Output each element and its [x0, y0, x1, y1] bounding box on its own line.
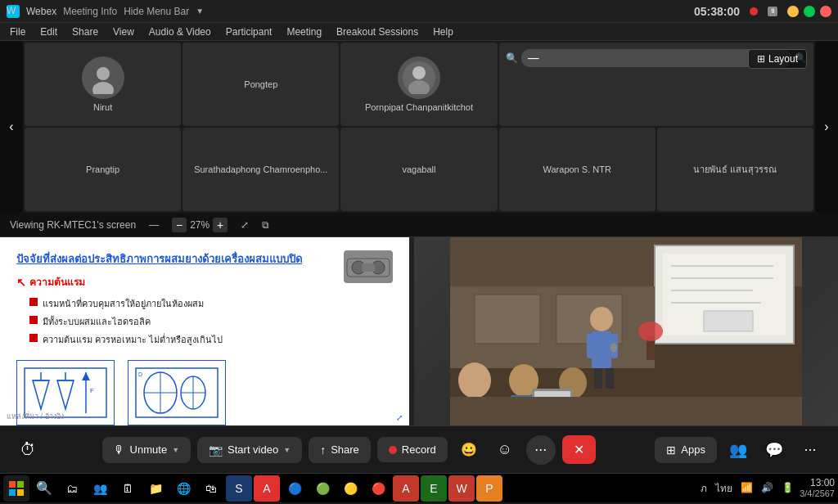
chat-button[interactable]: 💬 — [759, 435, 789, 465]
svg-rect-9 — [362, 263, 375, 272]
minimize-button[interactable] — [787, 6, 799, 17]
zoom-out-button[interactable]: − — [172, 218, 187, 232]
teams-button[interactable]: 👥 — [87, 475, 113, 502]
calendar-button[interactable]: 🗓 — [115, 475, 141, 502]
svg-point-1 — [97, 67, 110, 80]
app5-button[interactable]: 🟡 — [337, 475, 363, 502]
end-call-icon: ✕ — [574, 442, 584, 457]
participant-cell: Pongtep — [182, 43, 339, 126]
taskbar-time: 13:00 — [800, 477, 835, 488]
close-button[interactable] — [820, 6, 831, 17]
end-call-button[interactable]: ✕ — [562, 435, 596, 464]
menu-audio-video[interactable]: Audio & Video — [142, 25, 218, 39]
bullet-icon — [29, 298, 38, 306]
app4-button[interactable]: 🟢 — [309, 475, 336, 502]
app10-button[interactable]: P — [476, 475, 502, 502]
store-button[interactable]: 🛍 — [198, 475, 224, 502]
hide-menu-bar-btn[interactable]: Hide Menu Bar — [124, 6, 189, 17]
bullet-icon — [29, 316, 38, 324]
menu-file[interactable]: File — [3, 25, 32, 39]
taskbar: 🔍 🗂 👥 🗓 📁 🌐 🛍 S A 🔵 🟢 🟡 🔴 A E W P ภ ไทย … — [0, 473, 838, 502]
avatar — [398, 56, 440, 99]
menu-edit[interactable]: Edit — [34, 25, 64, 39]
battery-icon[interactable]: 🔋 — [779, 480, 796, 495]
svg-rect-38 — [475, 295, 540, 344]
task-view-button[interactable]: 🗂 — [59, 475, 85, 502]
app6-button[interactable]: 🔴 — [365, 475, 391, 502]
explorer-button[interactable]: 📁 — [142, 475, 169, 502]
svg-point-4 — [412, 66, 426, 79]
start-video-label: Start video — [228, 443, 278, 456]
svg-point-40 — [590, 307, 613, 331]
app7-button[interactable]: A — [393, 475, 419, 502]
record-button[interactable]: Record — [377, 437, 448, 462]
more-button[interactable]: ··· — [795, 435, 825, 465]
participant-name: Nirut — [90, 102, 115, 112]
participants-grid: Nirut Pongtep Pornpipat Chanpanitkitchot… — [23, 41, 815, 213]
video-feed — [414, 237, 838, 425]
app9-button[interactable]: W — [448, 475, 475, 502]
bullet-icon — [29, 334, 38, 342]
svg-rect-44 — [594, 368, 602, 389]
menu-meeting[interactable]: Meeting — [280, 25, 328, 39]
title-bar-right: 05:38:00 ⏸ — [694, 5, 831, 18]
zoom-control: − 27% + — [172, 218, 228, 232]
taskbar-right: ภ ไทย 📶 🔊 🔋 13:00 3/4/2567 — [698, 477, 835, 500]
zoom-in-button[interactable]: + — [213, 218, 228, 232]
tray-icons: ภ ไทย 📶 🔊 🔋 — [698, 479, 796, 497]
chevron-down-icon: ▼ — [283, 446, 291, 454]
minimize-icon: — — [149, 219, 159, 231]
svg-text:F: F — [90, 387, 94, 394]
menu-share[interactable]: Share — [65, 25, 105, 39]
svg-marker-18 — [82, 372, 90, 380]
pause-indicator-icon: ⏸ — [768, 7, 777, 16]
svg-rect-62 — [17, 489, 24, 496]
svg-marker-12 — [57, 380, 74, 409]
participant-name: Pornpipat Chanpanitkitchot — [362, 102, 476, 112]
record-label: Record — [402, 443, 436, 456]
menu-view[interactable]: View — [106, 25, 141, 39]
browser-button[interactable]: 🌐 — [170, 475, 196, 502]
volume-icon[interactable]: 🔊 — [759, 480, 776, 495]
layout-grid-icon: ⊞ — [757, 53, 765, 65]
participants-button[interactable]: 👥 — [723, 435, 753, 465]
input-method-icon[interactable]: ไทย — [713, 479, 735, 497]
start-video-button[interactable]: 📷 Start video ▼ — [197, 437, 302, 463]
title-bar-left: W Webex Meeting Info Hide Menu Bar ▼ — [7, 5, 204, 18]
app8-button[interactable]: E — [421, 475, 447, 502]
unmute-button[interactable]: 🎙 Unmute ▼ — [102, 437, 191, 463]
wifi-icon[interactable]: 📶 — [738, 480, 755, 495]
more-options-button[interactable]: ··· — [526, 435, 556, 465]
app3-button[interactable]: 🔵 — [282, 475, 308, 502]
maximize-button[interactable] — [804, 6, 815, 17]
timer-button[interactable]: ⏱ — [13, 435, 43, 465]
zoom-level: 27% — [190, 219, 210, 231]
layout-button[interactable]: ⊞ Layout — [748, 49, 807, 69]
chevron-down-icon: ▼ — [172, 446, 179, 454]
toolbar-right: ⊞ Apps 👥 💬 ··· — [655, 435, 825, 465]
language-icon[interactable]: ภ — [698, 479, 710, 497]
slide-bullet: แรมหน้าที่ควบคุมสารให้อยู่ภายในห้องผสม — [29, 296, 393, 311]
meeting-info-btn[interactable]: Meeting Info — [63, 6, 117, 17]
participant-cell: Warapon S. NTR — [499, 128, 656, 211]
search-taskbar-button[interactable]: 🔍 — [31, 475, 57, 502]
participant-name: Warapon S. NTR — [540, 164, 615, 174]
apps-icon: ⊞ — [666, 443, 676, 457]
app1-button[interactable]: S — [226, 475, 252, 502]
webex-logo-icon: W — [7, 5, 20, 18]
main-content: ปัจจัยที่ส่งผลต่อประสิทธิภาพการผสมยางด้ว… — [0, 237, 838, 425]
copy-icon: ⧉ — [262, 219, 269, 231]
menu-breakout[interactable]: Breakout Sessions — [330, 25, 425, 39]
share-button[interactable]: ↑ Share — [309, 437, 371, 463]
emoji-button[interactable]: 😀 — [454, 435, 484, 465]
next-participants-button[interactable]: › — [815, 41, 838, 213]
svg-point-49 — [458, 362, 491, 398]
start-button[interactable] — [3, 475, 29, 502]
reactions-button[interactable]: ☺ — [490, 435, 520, 465]
menu-participant[interactable]: Participant — [219, 25, 279, 39]
expand-button[interactable]: ⤢ — [396, 413, 403, 422]
prev-participants-button[interactable]: ‹ — [0, 41, 23, 213]
menu-help[interactable]: Help — [426, 25, 460, 39]
app2-button[interactable]: A — [254, 475, 280, 502]
apps-button[interactable]: ⊞ Apps — [655, 437, 717, 463]
